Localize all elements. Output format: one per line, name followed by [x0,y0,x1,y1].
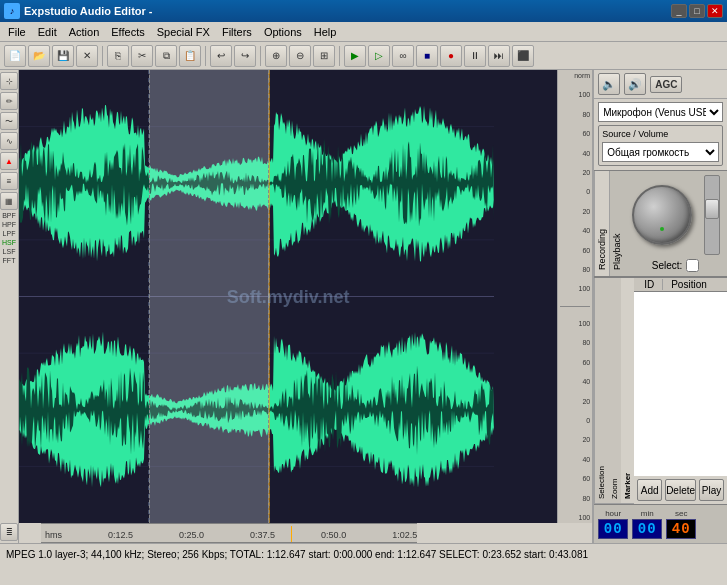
clock-sec: sec 40 [666,509,696,539]
add-button[interactable]: Add [637,479,662,501]
menu-edit[interactable]: Edit [32,24,63,40]
cut-button[interactable]: ✂ [131,45,153,67]
close-button[interactable]: ✕ [707,4,723,18]
menu-options[interactable]: Options [258,24,308,40]
clock-display: hour 00 min 00 sec 40 [594,504,727,543]
undo-button[interactable]: ↩ [210,45,232,67]
volume-knob[interactable] [632,185,692,245]
delete-button[interactable]: Delete [665,479,696,501]
waveform-container[interactable]: Soft.mydiv.net [19,70,557,523]
tool-arrow[interactable]: ▲ [0,152,18,170]
open-button[interactable]: 📂 [28,45,50,67]
title-bar-left: ♪ Expstudio Audio Editor - [4,3,153,19]
device-section: Микрофон (Venus USB2.0 C [594,99,727,125]
scale-20t: 20 [560,169,590,176]
new-button[interactable]: 📄 [4,45,26,67]
timeline-0375: 0:37.5 [250,530,275,540]
loop-button[interactable]: ∞ [392,45,414,67]
skip-forward-button[interactable]: ⏭ [488,45,510,67]
bottom-section: Selection Zoom Marker ID Position Add De… [594,277,727,504]
clock-min-label: min [641,509,654,518]
zoom-fit-button[interactable]: ⊞ [313,45,335,67]
menu-effects[interactable]: Effects [105,24,150,40]
clock-hour-label: hour [605,509,621,518]
tab-selection[interactable]: Selection [595,278,608,504]
menu-filters[interactable]: Filters [216,24,258,40]
redo-button[interactable]: ↪ [234,45,256,67]
scale-0t2: 0 [560,417,590,424]
tool-list[interactable]: ≣ [0,523,18,541]
menu-action[interactable]: Action [63,24,106,40]
menu-specialfx[interactable]: Special FX [151,24,216,40]
speaker-left-button[interactable]: 🔈 [598,73,620,95]
source-volume-title: Source / Volume [602,129,719,139]
stop-button[interactable]: ■ [416,45,438,67]
scale-60t: 60 [560,130,590,137]
scale-60t2: 60 [560,359,590,366]
select-label: Select: [652,260,683,271]
menu-help[interactable]: Help [308,24,343,40]
tool-hpf-label[interactable]: HPF [2,221,16,228]
scale-80b2: 80 [560,495,590,502]
tool-hsf-label[interactable]: HSF [2,239,16,246]
tool-lpf-label[interactable]: LPF [3,230,16,237]
tab-marker[interactable]: Marker [621,278,634,504]
tab-zoom[interactable]: Zoom [608,278,621,504]
tool-select[interactable]: ⊹ [0,72,18,90]
tool-noise[interactable]: ∿ [0,132,18,150]
tool-channel[interactable]: ≡ [0,172,18,190]
scale-80b: 80 [560,266,590,273]
agc-button[interactable]: AGC [650,76,682,93]
marker-table-body [634,292,727,476]
menu-file[interactable]: File [2,24,32,40]
copy-button[interactable]: ⧉ [155,45,177,67]
scale-40b: 40 [560,227,590,234]
tab-playback[interactable]: Playback [609,171,624,276]
tool-spectrum[interactable]: ▦ [0,192,18,210]
toolbar: 📄 📂 💾 ✕ ⎘ ✂ ⧉ 📋 ↩ ↪ ⊕ ⊖ ⊞ ▶ ▷ ∞ ■ ● ⏸ ⏭ … [0,42,727,70]
menu-bar: File Edit Action Effects Special FX Filt… [0,22,727,42]
zoom-out-button[interactable]: ⊖ [289,45,311,67]
scale-80t2: 80 [560,339,590,346]
save-button[interactable]: 💾 [52,45,74,67]
record-button[interactable]: ● [440,45,462,67]
scale-100b2: 100 [560,514,590,521]
tab-recording[interactable]: Recording [594,171,609,276]
select-checkbox[interactable] [686,259,699,272]
knob-area: Select: [624,171,727,276]
scale-20b: 20 [560,208,590,215]
scale-divider [560,306,590,307]
tool-wave[interactable]: 〜 [0,112,18,130]
device-select[interactable]: Микрофон (Venus USB2.0 C [598,102,723,122]
minimize-button[interactable]: _ [671,4,687,18]
timeline[interactable]: hms 0:12.5 0:25.0 0:37.5 0:50.0 1:02.5 [41,523,417,543]
slider-thumb [705,199,719,219]
tool-fft-label[interactable]: FFT [3,257,16,264]
volume-slider[interactable] [704,175,720,255]
play-from-button[interactable]: ▷ [368,45,390,67]
pause-button[interactable]: ⏸ [464,45,486,67]
separator-2 [205,46,206,66]
timeline-050: 0:50.0 [321,530,346,540]
timeline-1025: 1:02.5 [392,530,417,540]
maximize-button[interactable]: □ [689,4,705,18]
title-bar: ♪ Expstudio Audio Editor - _ □ ✕ [0,0,727,22]
col-id: ID [636,279,663,290]
timeline-hms: hms [45,530,62,540]
close-file-button[interactable]: ✕ [76,45,98,67]
paste-button[interactable]: 📋 [179,45,201,67]
record-stop-button[interactable]: ⬛ [512,45,534,67]
copy-special-button[interactable]: ⎘ [107,45,129,67]
side-tabs: Selection Zoom Marker [594,278,634,504]
play-marker-button[interactable]: Play [699,479,724,501]
speaker-right-button[interactable]: 🔊 [624,73,646,95]
tool-lsf-label[interactable]: LSF [3,248,16,255]
scale-20t2: 20 [560,398,590,405]
tool-bpf-label[interactable]: BPF [2,212,16,219]
title-controls[interactable]: _ □ ✕ [671,4,723,18]
app-icon: ♪ [4,3,20,19]
zoom-in-button[interactable]: ⊕ [265,45,287,67]
play-button[interactable]: ▶ [344,45,366,67]
volume-select[interactable]: Общая громкость [602,142,719,162]
tool-pencil[interactable]: ✏ [0,92,18,110]
